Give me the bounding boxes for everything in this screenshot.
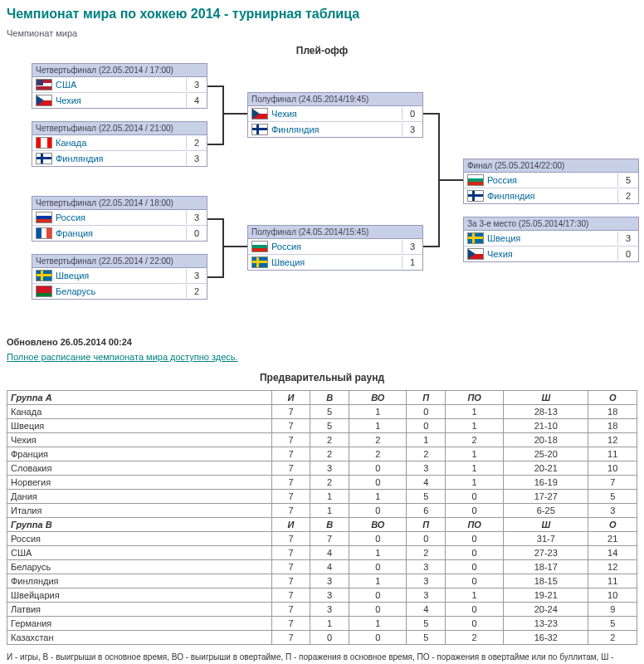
stat-cell: 21-10: [504, 419, 588, 433]
table-row: Канада7510128-1318: [7, 405, 637, 419]
stat-cell: 3: [407, 588, 446, 603]
stat-cell: 2: [446, 631, 504, 645]
team-link[interactable]: США: [56, 78, 186, 91]
stat-cell: 18-17: [504, 560, 588, 574]
team-link[interactable]: Швеция: [271, 256, 402, 269]
team-link[interactable]: Финляндия: [271, 123, 402, 136]
team-link[interactable]: Швеция: [487, 232, 617, 245]
team-link[interactable]: Чехия: [56, 94, 186, 107]
stat-cell: 7: [271, 419, 310, 433]
team-link[interactable]: Россия: [487, 173, 617, 187]
stat-cell: 2: [446, 433, 504, 447]
team-link[interactable]: Франция: [56, 227, 186, 240]
match-header: Четвертьфинал (22.05.2014 / 21:00): [32, 122, 207, 135]
team-link[interactable]: Беларусь: [56, 285, 186, 298]
table-row: Норвегия7204116-197: [7, 476, 637, 490]
team-link[interactable]: Финляндия: [56, 152, 186, 165]
stat-cell: 14: [588, 546, 637, 560]
col-header: И: [271, 518, 310, 532]
stat-cell: 0: [407, 419, 446, 433]
team-cell[interactable]: Чехия: [7, 433, 272, 447]
stat-cell: 7: [271, 546, 310, 560]
playoff-heading: Плей-офф: [7, 45, 637, 56]
standings-table: Группа AИВВОППОШОКанада7510128-1318Швеци…: [7, 390, 637, 645]
stat-cell: 5: [588, 490, 637, 504]
flag-fin: [36, 153, 52, 164]
stat-cell: 16-32: [504, 631, 588, 645]
score: 3: [186, 211, 207, 224]
schedule-link[interactable]: Полное расписание чемпионата мира доступ…: [7, 352, 637, 362]
match-header: Четвертьфинал (22.05.2014 / 17:00): [32, 64, 207, 77]
stat-cell: 28-13: [504, 405, 588, 419]
team-cell[interactable]: Швейцария: [7, 588, 272, 603]
stat-cell: 0: [446, 504, 504, 518]
stat-cell: 6-25: [504, 504, 588, 518]
stat-cell: 7: [271, 603, 310, 617]
team-cell[interactable]: Финляндия: [7, 574, 272, 588]
team-cell[interactable]: Канада: [7, 405, 272, 419]
stat-cell: 0: [349, 461, 407, 476]
stat-cell: 11: [588, 447, 637, 461]
team-link[interactable]: Чехия: [271, 107, 402, 120]
flag-blr: [36, 286, 52, 297]
flag-rus: [467, 174, 484, 186]
team-cell[interactable]: Казахстан: [7, 631, 272, 645]
page-title: Чемпионат мира по хоккею 2014 - турнирна…: [7, 7, 637, 22]
table-row: Латвия7304020-249: [7, 603, 637, 617]
team-link[interactable]: Швеция: [56, 269, 186, 282]
team-link[interactable]: Канада: [56, 136, 186, 149]
col-header: И: [271, 391, 310, 405]
flag-rus: [251, 241, 268, 252]
stat-cell: 7: [271, 490, 310, 504]
team-cell[interactable]: Италия: [7, 504, 272, 518]
col-header: ПО: [446, 518, 504, 532]
team-link[interactable]: Россия: [271, 240, 402, 253]
stat-cell: 2: [310, 447, 349, 461]
team-cell[interactable]: Дания: [7, 490, 272, 504]
score: 3: [186, 269, 207, 282]
stat-cell: 0: [349, 532, 407, 546]
team-cell[interactable]: Латвия: [7, 603, 272, 617]
updated-text: Обновлено 26.05.2014 00:24: [7, 337, 637, 347]
stat-cell: 19-21: [504, 588, 588, 603]
score: 2: [186, 136, 207, 149]
col-header: О: [588, 518, 637, 532]
stat-cell: 7: [271, 405, 310, 419]
team-cell[interactable]: Словакия: [7, 461, 272, 476]
team-cell[interactable]: Россия: [7, 532, 272, 546]
flag-fin: [251, 124, 268, 135]
match-qf1: Четвертьфинал (22.05.2014 / 17:00) США3 …: [32, 63, 207, 109]
match-header: Финал (25.05.2014/22:00): [464, 159, 638, 173]
team-cell[interactable]: США: [7, 546, 272, 560]
stat-cell: 2: [349, 433, 407, 447]
table-row: Россия7700031-721: [7, 532, 637, 546]
team-cell[interactable]: Германия: [7, 617, 272, 631]
flag-cze: [251, 108, 268, 120]
stat-cell: 4: [310, 546, 349, 560]
score: 3: [402, 123, 422, 136]
team-cell[interactable]: Швеция: [7, 419, 272, 433]
team-link[interactable]: Россия: [56, 211, 186, 224]
table-row: Чехия7221220-1812: [7, 433, 637, 447]
stat-cell: 1: [446, 405, 504, 419]
match-sf2: Полуфинал (24.05.2014/15:45) Россия3 Шве…: [247, 225, 423, 271]
stat-cell: 7: [271, 631, 310, 645]
team-cell[interactable]: Франция: [7, 447, 272, 461]
score: 3: [186, 152, 207, 165]
flag-usa: [36, 79, 52, 90]
team-cell[interactable]: Беларусь: [7, 560, 272, 574]
match-header: Четвертьфинал (22.05.2014 / 18:00): [32, 197, 207, 210]
stat-cell: 1: [407, 433, 446, 447]
stat-cell: 0: [446, 574, 504, 588]
stat-cell: 6: [407, 504, 446, 518]
stat-cell: 7: [271, 476, 310, 490]
score: 3: [617, 232, 638, 245]
stat-cell: 1: [310, 617, 349, 631]
team-cell[interactable]: Норвегия: [7, 476, 272, 490]
team-link[interactable]: Чехия: [487, 247, 617, 261]
flag-rus: [36, 212, 52, 223]
team-link[interactable]: Финляндия: [487, 189, 617, 203]
stat-cell: 17-27: [504, 490, 588, 504]
legend: И - игры, В - выигрыши в основное время,…: [7, 652, 637, 664]
stat-cell: 10: [588, 461, 637, 476]
